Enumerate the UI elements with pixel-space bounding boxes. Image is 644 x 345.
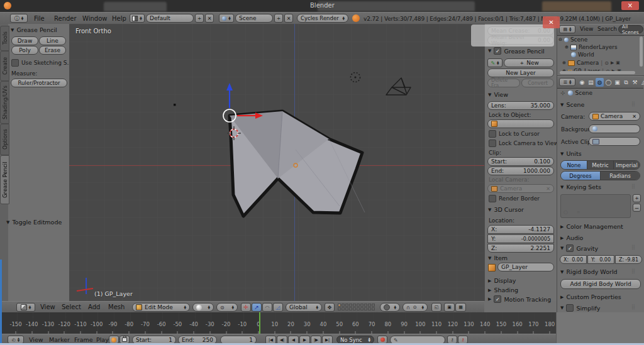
cursor-y-field[interactable]: Y:-0.0000005 <box>487 234 554 243</box>
lock-to-cursor-row[interactable]: Lock to Cursor <box>489 130 540 138</box>
menu-search[interactable]: Search <box>597 26 617 32</box>
tab-object[interactable]: ▣ <box>613 78 621 87</box>
snap-peel-button[interactable]: ◱ <box>431 303 441 312</box>
delete-frame-button[interactable]: Delete Fra... <box>487 79 520 87</box>
proportional-edit-select[interactable]: ▲▼ <box>380 303 400 312</box>
add-scene-button[interactable]: ＋ <box>274 14 283 23</box>
timeline-tracks[interactable]: -150-140-130-120-110-100-90-80-70-60-50-… <box>0 312 556 334</box>
layer-cell[interactable] <box>372 307 375 310</box>
editor-type-button[interactable]: ⓘ▲▼ <box>10 14 28 23</box>
render-opengl-anim-button[interactable]: ▦ <box>455 303 466 312</box>
layer-cell[interactable] <box>341 304 345 307</box>
active-clip-field[interactable] <box>589 137 640 146</box>
layer-cell[interactable] <box>372 304 375 307</box>
menu-marker[interactable]: Marker <box>49 336 70 343</box>
color-management-panel[interactable]: ▶Color Management <box>560 223 623 230</box>
display-mode-select[interactable]: All Scenes <box>618 25 643 33</box>
screen-layout-icon-button[interactable]: ▲▼ <box>130 14 145 23</box>
units-metric-button[interactable]: Metric <box>587 161 614 169</box>
tab-shading-uvs[interactable]: Shading/UVs <box>0 81 9 124</box>
draw-button[interactable]: Draw <box>11 36 38 45</box>
cursor-z-field[interactable]: Z:2.2251 <box>487 244 554 253</box>
layer-cell[interactable] <box>345 307 348 310</box>
item-panel[interactable]: ▼Item <box>488 255 508 261</box>
render-border-row[interactable]: Render Border <box>489 195 540 202</box>
view-panel[interactable]: ▼View <box>488 91 508 98</box>
background-set-field[interactable] <box>589 124 640 133</box>
clear-icon[interactable]: ✕ <box>632 114 636 119</box>
lens-field[interactable]: Lens:35.000 <box>487 101 554 110</box>
tab-options[interactable]: Options <box>0 124 9 155</box>
close-button[interactable]: × <box>621 1 639 10</box>
units-panel[interactable]: ▼Units <box>560 150 582 157</box>
keying-sets-list[interactable]: ○ ＝ <box>560 194 631 218</box>
grease-pencil-panel[interactable]: ▼✓Grease Pencil <box>488 47 545 55</box>
gravity-y-field[interactable]: Y:0.00 <box>587 255 614 264</box>
browser-tab[interactable] <box>104 2 167 11</box>
poly-button[interactable]: Poly <box>11 46 38 55</box>
editor-type-button[interactable]: ▤▲▼ <box>559 25 575 33</box>
expander-icon[interactable]: ⊖ <box>558 37 562 42</box>
toggle-editmode-panel-header[interactable]: ▼Toggle Editmode <box>6 219 62 226</box>
ruler-protractor-button[interactable]: Ruler/Protractor <box>11 79 67 87</box>
layer-cell-active[interactable] <box>338 304 341 307</box>
gp-new-button[interactable]: ＋New <box>504 58 554 67</box>
layer-cell[interactable] <box>368 304 371 307</box>
clip-start-field[interactable]: Start:0.100 <box>487 157 554 166</box>
restrict-render-icon[interactable]: ▣ <box>616 60 620 65</box>
units-system-segment[interactable]: None Metric Imperial <box>560 160 640 170</box>
layer-cell[interactable] <box>357 304 360 307</box>
rotate-manipulator-button[interactable]: ◠ <box>262 303 272 312</box>
layer-cell[interactable] <box>353 307 356 310</box>
menu-view[interactable]: View <box>580 26 593 32</box>
editor-type-button[interactable]: ▲▼ <box>16 303 35 312</box>
units-imperial-button[interactable]: Imperial <box>614 161 640 169</box>
layer-cell[interactable] <box>364 304 367 307</box>
scene-field[interactable]: Scene <box>235 14 273 23</box>
layer-cell[interactable] <box>338 307 341 310</box>
display-panel[interactable]: ▶Display <box>488 277 516 284</box>
tab-create[interactable]: Create <box>0 51 9 81</box>
tab-render-layers[interactable]: ▤ <box>587 78 595 87</box>
shading-panel[interactable]: ▶Shading <box>488 287 518 293</box>
tab-grease-pencil[interactable]: Grease Pencil <box>0 155 9 204</box>
local-camera-field[interactable]: Camera✕ <box>487 184 554 193</box>
orientation-select[interactable]: Global▲▼ <box>286 303 322 312</box>
browser-tab[interactable] <box>542 1 611 11</box>
menu-view[interactable]: View <box>29 336 43 343</box>
menu-frame[interactable]: Frame <box>74 336 93 343</box>
remove-keying-set-button[interactable]: − <box>633 204 641 212</box>
layer-cell[interactable] <box>353 304 356 307</box>
render-opengl-button[interactable]: ▣ <box>444 303 455 312</box>
tab-tools[interactable]: Tools <box>0 26 9 51</box>
clip-end-field[interactable]: End:1000.000 <box>487 167 554 175</box>
manipulator-axes-button[interactable]: ✛ <box>241 303 251 312</box>
tab-render[interactable]: ◉ <box>578 78 586 87</box>
outliner-row-world[interactable]: World <box>571 51 594 58</box>
layer-cell[interactable] <box>360 307 364 310</box>
layer-cell[interactable] <box>349 307 352 310</box>
item-name-field[interactable]: GP_Layer <box>497 263 554 271</box>
pivot-select[interactable]: ⊙▲▼ <box>216 303 238 312</box>
add-keying-set-button[interactable]: ＋ <box>633 194 641 202</box>
keying-sets-panel[interactable]: ▼Keying Sets <box>560 183 601 190</box>
restrict-view-icon[interactable]: ⊙ <box>604 60 609 66</box>
delete-layout-button[interactable]: ✕ <box>205 14 214 23</box>
add-layout-button[interactable]: ＋ <box>195 14 204 23</box>
menu-file[interactable]: File <box>34 15 45 22</box>
cursor-panel[interactable]: ▼3D Cursor <box>488 206 524 213</box>
degrees-button[interactable]: Degrees <box>561 172 601 180</box>
layers-widget[interactable] <box>338 304 375 310</box>
menu-add[interactable]: Add <box>88 304 100 310</box>
layer-cell[interactable] <box>357 307 360 310</box>
layer-cell[interactable] <box>360 304 364 307</box>
checkbox-checked-icon[interactable]: ✓ <box>494 47 501 55</box>
outliner-row-camera[interactable]: ⊕ Camera | ⊙ ▶ ▣ <box>562 59 620 67</box>
clear-icon[interactable]: ✕ <box>546 186 550 192</box>
menu-window[interactable]: Window <box>82 15 107 22</box>
use-sketching-row[interactable]: Use Sketching S... <box>11 59 72 67</box>
restrict-select-icon[interactable]: ▶ <box>611 60 614 65</box>
gravity-z-field[interactable]: Z:-9.81 <box>615 255 642 264</box>
layer-cell[interactable] <box>349 304 352 307</box>
outliner-row-scene[interactable]: ⊖ Scene <box>558 36 587 43</box>
